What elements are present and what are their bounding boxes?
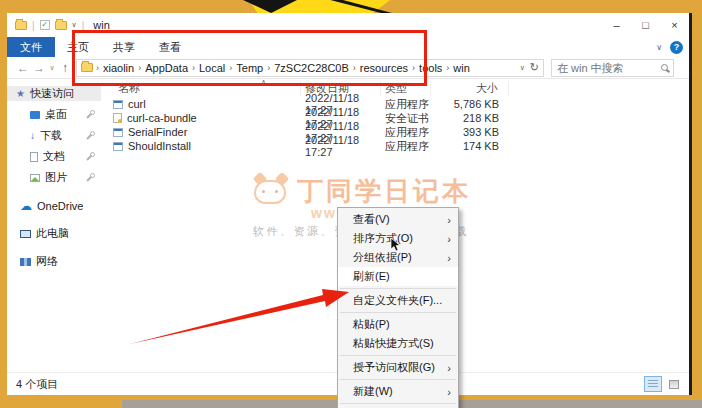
certificate-icon	[113, 113, 122, 123]
menu-item-label: 新建(W)	[353, 384, 393, 399]
sidebar-item-label: OneDrive	[37, 200, 83, 212]
address-bar-controls: ∨ ↻	[520, 61, 539, 74]
menu-item-view[interactable]: 查看(V) ›	[338, 210, 458, 229]
item-count: 4 个项目	[16, 377, 58, 392]
file-name: ShouldInstall	[128, 140, 191, 152]
search-box	[551, 59, 674, 77]
watermark-title: 丁同学日记本	[297, 178, 471, 204]
menu-item-new[interactable]: 新建(W) ›	[338, 382, 458, 401]
details-view-icon	[648, 380, 658, 389]
close-button[interactable]: ×	[660, 14, 689, 36]
search-icon[interactable]	[661, 64, 668, 71]
file-name-cell: curl	[101, 98, 301, 110]
sidebar-item-desktop[interactable]: 桌面	[7, 107, 101, 122]
sidebar-item-label: 快速访问	[30, 86, 74, 101]
menu-item-paste-shortcut[interactable]: 粘贴快捷方式(S)	[338, 334, 458, 353]
menu-item-label: 自定义文件夹(F)...	[353, 293, 442, 308]
window-controls: – □ ×	[602, 14, 689, 36]
download-icon: ↓	[30, 131, 35, 141]
file-row[interactable]: ShouldInstall 2022/11/18 17:27 应用程序 174 …	[101, 139, 689, 153]
application-icon	[113, 128, 123, 137]
file-name: SerialFinder	[128, 126, 187, 138]
watermark-header: 丁同学日记本	[253, 174, 583, 204]
menu-separator	[340, 379, 456, 380]
pin-icon	[86, 152, 95, 161]
customize-toolbar-chevron-icon[interactable]: ∨	[72, 21, 77, 29]
application-icon	[113, 142, 123, 151]
new-folder-icon[interactable]	[55, 21, 67, 30]
explorer-folder-icon	[15, 21, 27, 30]
address-history-chevron-icon[interactable]: ∨	[520, 64, 525, 72]
column-header-size[interactable]: 大小	[431, 81, 509, 96]
file-type: 应用程序	[381, 139, 431, 154]
expand-ribbon-chevron-icon[interactable]: ∨	[656, 43, 662, 52]
file-name-cell: SerialFinder	[101, 126, 301, 138]
refresh-icon[interactable]: ↻	[530, 61, 539, 74]
sidebar-item-label: 下载	[40, 128, 62, 143]
file-name: curl	[128, 98, 146, 110]
file-row[interactable]: SerialFinder 2022/11/18 17:27 应用程序 393 K…	[101, 125, 689, 139]
file-type: 应用程序	[381, 125, 431, 140]
sidebar-item-downloads[interactable]: ↓ 下载	[7, 128, 101, 143]
menu-item-paste[interactable]: 粘贴(P)	[338, 315, 458, 334]
forward-button[interactable]: →	[31, 61, 47, 75]
sidebar-item-label: 文档	[43, 149, 65, 164]
search-input[interactable]	[557, 62, 661, 74]
menu-item-label: 粘贴快捷方式(S)	[353, 336, 434, 351]
sidebar-item-this-pc[interactable]: 此电脑	[7, 226, 101, 241]
file-row[interactable]: curl 2022/11/18 17:27 应用程序 5,786 KB	[101, 97, 689, 111]
large-icons-view-icon	[669, 380, 679, 389]
details-view-button[interactable]	[644, 376, 662, 392]
toolbar-separator: |	[32, 20, 35, 31]
sidebar-item-network[interactable]: 网络	[7, 254, 101, 269]
quick-access-star-icon: ★	[16, 89, 25, 99]
sidebar-item-documents[interactable]: 文档	[7, 149, 101, 164]
ribbon-right-controls: ∨ ?	[656, 37, 683, 57]
properties-check-icon[interactable]: ✓	[40, 20, 50, 30]
this-pc-icon	[20, 230, 31, 238]
submenu-arrow-icon: ›	[447, 214, 451, 226]
file-name-cell: ShouldInstall	[101, 140, 301, 152]
recent-locations-chevron-icon[interactable]: ∨	[47, 64, 57, 72]
menu-item-refresh[interactable]: 刷新(E)	[338, 267, 458, 286]
tab-file[interactable]: 文件	[7, 37, 55, 57]
large-icons-view-button[interactable]	[665, 376, 683, 392]
file-type: 应用程序	[381, 97, 431, 112]
sidebar-item-quick-access[interactable]: ★ 快速访问	[7, 86, 101, 101]
file-size: 174 KB	[431, 140, 509, 152]
menu-item-customize-folder[interactable]: 自定义文件夹(F)...	[338, 291, 458, 310]
maximize-button[interactable]: □	[631, 14, 660, 36]
menu-item-sort-by[interactable]: 排序方式(O) ›	[338, 229, 458, 248]
sidebar-item-pictures[interactable]: 图片	[7, 170, 101, 185]
minimize-button[interactable]: –	[602, 14, 631, 36]
menu-item-group-by[interactable]: 分组依据(P) ›	[338, 248, 458, 267]
help-icon[interactable]: ?	[670, 41, 683, 54]
file-date: 2022/11/18 17:27	[301, 134, 381, 158]
up-button[interactable]: ↑	[57, 61, 73, 75]
file-row[interactable]: curl-ca-bundle 2022/11/18 17:27 安全证书 218…	[101, 111, 689, 125]
annotation-red-rectangle	[72, 30, 427, 86]
sidebar-item-label: 网络	[36, 254, 58, 269]
pin-icon	[86, 110, 95, 119]
view-buttons	[644, 376, 683, 392]
network-icon	[20, 258, 31, 266]
screenshot-root: { "colors": { "background": "#E0A63C", "…	[0, 0, 702, 408]
sidebar-item-label: 图片	[45, 170, 67, 185]
sidebar-item-onedrive[interactable]: ☁ OneDrive	[7, 198, 101, 213]
context-menu: 查看(V) › 排序方式(O) › 分组依据(P) › 刷新(E) 自定义文件夹…	[337, 207, 459, 408]
sidebar: ★ 快速访问 桌面 ↓ 下载 文档 图片	[7, 79, 101, 372]
back-button[interactable]: ←	[15, 61, 31, 75]
menu-item-label: 授予访问权限(G)	[353, 360, 435, 375]
pin-icon	[86, 173, 95, 182]
menu-item-label: 分组依据(P)	[353, 250, 412, 265]
breadcrumb-item[interactable]: win	[452, 62, 471, 74]
menu-separator	[340, 288, 456, 289]
menu-item-give-access[interactable]: 授予访问权限(G) ›	[338, 358, 458, 377]
menu-separator	[340, 312, 456, 313]
file-size: 5,786 KB	[431, 98, 509, 110]
menu-item-label: 粘贴(P)	[353, 317, 390, 332]
dog-mascot-icon	[253, 174, 289, 204]
desktop-icon	[30, 111, 40, 119]
file-name: curl-ca-bundle	[127, 112, 197, 124]
file-name-cell: curl-ca-bundle	[101, 112, 301, 124]
